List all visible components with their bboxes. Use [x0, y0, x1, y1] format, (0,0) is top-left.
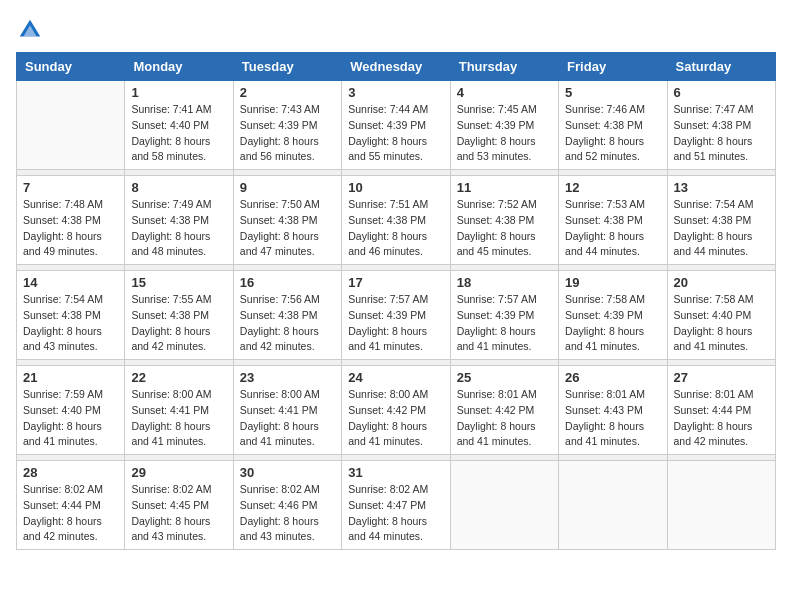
daylight-text: Daylight: 8 hours and 43 minutes.: [240, 515, 319, 543]
sunrise-text: Sunrise: 7:56 AM: [240, 293, 320, 305]
weekday-header: Thursday: [450, 53, 558, 81]
sunrise-text: Sunrise: 7:46 AM: [565, 103, 645, 115]
day-number: 14: [23, 275, 118, 290]
day-number: 24: [348, 370, 443, 385]
calendar-cell: 5 Sunrise: 7:46 AM Sunset: 4:38 PM Dayli…: [559, 81, 667, 170]
sunrise-text: Sunrise: 7:47 AM: [674, 103, 754, 115]
sunrise-text: Sunrise: 7:41 AM: [131, 103, 211, 115]
calendar-cell: 2 Sunrise: 7:43 AM Sunset: 4:39 PM Dayli…: [233, 81, 341, 170]
sunrise-text: Sunrise: 7:44 AM: [348, 103, 428, 115]
sunset-text: Sunset: 4:38 PM: [240, 214, 318, 226]
day-info: Sunrise: 8:00 AM Sunset: 4:42 PM Dayligh…: [348, 387, 443, 450]
calendar-cell: [559, 461, 667, 550]
daylight-text: Daylight: 8 hours and 46 minutes.: [348, 230, 427, 258]
calendar-cell: 1 Sunrise: 7:41 AM Sunset: 4:40 PM Dayli…: [125, 81, 233, 170]
day-number: 18: [457, 275, 552, 290]
calendar-cell: 25 Sunrise: 8:01 AM Sunset: 4:42 PM Dayl…: [450, 366, 558, 455]
sunrise-text: Sunrise: 7:52 AM: [457, 198, 537, 210]
day-number: 26: [565, 370, 660, 385]
daylight-text: Daylight: 8 hours and 44 minutes.: [348, 515, 427, 543]
sunrise-text: Sunrise: 7:57 AM: [348, 293, 428, 305]
calendar-cell: 7 Sunrise: 7:48 AM Sunset: 4:38 PM Dayli…: [17, 176, 125, 265]
calendar-week-row: 1 Sunrise: 7:41 AM Sunset: 4:40 PM Dayli…: [17, 81, 776, 170]
day-number: 9: [240, 180, 335, 195]
day-number: 3: [348, 85, 443, 100]
day-info: Sunrise: 7:56 AM Sunset: 4:38 PM Dayligh…: [240, 292, 335, 355]
daylight-text: Daylight: 8 hours and 44 minutes.: [565, 230, 644, 258]
day-number: 21: [23, 370, 118, 385]
sunset-text: Sunset: 4:38 PM: [674, 119, 752, 131]
day-number: 20: [674, 275, 769, 290]
day-info: Sunrise: 7:53 AM Sunset: 4:38 PM Dayligh…: [565, 197, 660, 260]
sunrise-text: Sunrise: 7:58 AM: [565, 293, 645, 305]
day-info: Sunrise: 7:54 AM Sunset: 4:38 PM Dayligh…: [674, 197, 769, 260]
sunset-text: Sunset: 4:40 PM: [131, 119, 209, 131]
logo: [16, 16, 48, 44]
calendar-cell: 8 Sunrise: 7:49 AM Sunset: 4:38 PM Dayli…: [125, 176, 233, 265]
calendar-cell: 22 Sunrise: 8:00 AM Sunset: 4:41 PM Dayl…: [125, 366, 233, 455]
calendar-cell: 17 Sunrise: 7:57 AM Sunset: 4:39 PM Dayl…: [342, 271, 450, 360]
day-info: Sunrise: 7:47 AM Sunset: 4:38 PM Dayligh…: [674, 102, 769, 165]
day-info: Sunrise: 7:46 AM Sunset: 4:38 PM Dayligh…: [565, 102, 660, 165]
calendar-cell: 14 Sunrise: 7:54 AM Sunset: 4:38 PM Dayl…: [17, 271, 125, 360]
sunrise-text: Sunrise: 7:51 AM: [348, 198, 428, 210]
sunrise-text: Sunrise: 7:55 AM: [131, 293, 211, 305]
calendar-cell: 23 Sunrise: 8:00 AM Sunset: 4:41 PM Dayl…: [233, 366, 341, 455]
calendar-cell: 24 Sunrise: 8:00 AM Sunset: 4:42 PM Dayl…: [342, 366, 450, 455]
calendar-cell: [17, 81, 125, 170]
sunset-text: Sunset: 4:38 PM: [348, 214, 426, 226]
day-number: 28: [23, 465, 118, 480]
day-info: Sunrise: 7:58 AM Sunset: 4:39 PM Dayligh…: [565, 292, 660, 355]
calendar-table: SundayMondayTuesdayWednesdayThursdayFrid…: [16, 52, 776, 550]
weekday-header: Monday: [125, 53, 233, 81]
daylight-text: Daylight: 8 hours and 56 minutes.: [240, 135, 319, 163]
day-number: 30: [240, 465, 335, 480]
day-info: Sunrise: 7:54 AM Sunset: 4:38 PM Dayligh…: [23, 292, 118, 355]
calendar-cell: 27 Sunrise: 8:01 AM Sunset: 4:44 PM Dayl…: [667, 366, 775, 455]
sunrise-text: Sunrise: 7:49 AM: [131, 198, 211, 210]
day-number: 5: [565, 85, 660, 100]
sunset-text: Sunset: 4:38 PM: [565, 119, 643, 131]
day-info: Sunrise: 7:48 AM Sunset: 4:38 PM Dayligh…: [23, 197, 118, 260]
sunset-text: Sunset: 4:38 PM: [23, 214, 101, 226]
weekday-header: Sunday: [17, 53, 125, 81]
day-info: Sunrise: 8:02 AM Sunset: 4:47 PM Dayligh…: [348, 482, 443, 545]
day-info: Sunrise: 7:57 AM Sunset: 4:39 PM Dayligh…: [348, 292, 443, 355]
day-number: 27: [674, 370, 769, 385]
sunset-text: Sunset: 4:38 PM: [565, 214, 643, 226]
calendar-cell: 21 Sunrise: 7:59 AM Sunset: 4:40 PM Dayl…: [17, 366, 125, 455]
sunrise-text: Sunrise: 7:54 AM: [674, 198, 754, 210]
sunrise-text: Sunrise: 7:58 AM: [674, 293, 754, 305]
day-number: 31: [348, 465, 443, 480]
day-info: Sunrise: 7:59 AM Sunset: 4:40 PM Dayligh…: [23, 387, 118, 450]
day-info: Sunrise: 7:52 AM Sunset: 4:38 PM Dayligh…: [457, 197, 552, 260]
sunset-text: Sunset: 4:43 PM: [565, 404, 643, 416]
daylight-text: Daylight: 8 hours and 41 minutes.: [348, 420, 427, 448]
day-info: Sunrise: 8:02 AM Sunset: 4:45 PM Dayligh…: [131, 482, 226, 545]
day-number: 25: [457, 370, 552, 385]
day-info: Sunrise: 7:45 AM Sunset: 4:39 PM Dayligh…: [457, 102, 552, 165]
day-info: Sunrise: 7:50 AM Sunset: 4:38 PM Dayligh…: [240, 197, 335, 260]
sunset-text: Sunset: 4:46 PM: [240, 499, 318, 511]
calendar-cell: 15 Sunrise: 7:55 AM Sunset: 4:38 PM Dayl…: [125, 271, 233, 360]
sunset-text: Sunset: 4:38 PM: [131, 309, 209, 321]
calendar-cell: 6 Sunrise: 7:47 AM Sunset: 4:38 PM Dayli…: [667, 81, 775, 170]
day-number: 7: [23, 180, 118, 195]
sunrise-text: Sunrise: 7:54 AM: [23, 293, 103, 305]
sunrise-text: Sunrise: 7:53 AM: [565, 198, 645, 210]
day-info: Sunrise: 8:01 AM Sunset: 4:42 PM Dayligh…: [457, 387, 552, 450]
day-number: 11: [457, 180, 552, 195]
day-info: Sunrise: 8:01 AM Sunset: 4:43 PM Dayligh…: [565, 387, 660, 450]
daylight-text: Daylight: 8 hours and 55 minutes.: [348, 135, 427, 163]
daylight-text: Daylight: 8 hours and 45 minutes.: [457, 230, 536, 258]
calendar-cell: 31 Sunrise: 8:02 AM Sunset: 4:47 PM Dayl…: [342, 461, 450, 550]
day-info: Sunrise: 8:00 AM Sunset: 4:41 PM Dayligh…: [131, 387, 226, 450]
calendar-cell: 18 Sunrise: 7:57 AM Sunset: 4:39 PM Dayl…: [450, 271, 558, 360]
sunset-text: Sunset: 4:39 PM: [240, 119, 318, 131]
day-number: 13: [674, 180, 769, 195]
daylight-text: Daylight: 8 hours and 41 minutes.: [457, 325, 536, 353]
day-info: Sunrise: 8:02 AM Sunset: 4:44 PM Dayligh…: [23, 482, 118, 545]
calendar-cell: [667, 461, 775, 550]
calendar-cell: 11 Sunrise: 7:52 AM Sunset: 4:38 PM Dayl…: [450, 176, 558, 265]
sunset-text: Sunset: 4:38 PM: [240, 309, 318, 321]
